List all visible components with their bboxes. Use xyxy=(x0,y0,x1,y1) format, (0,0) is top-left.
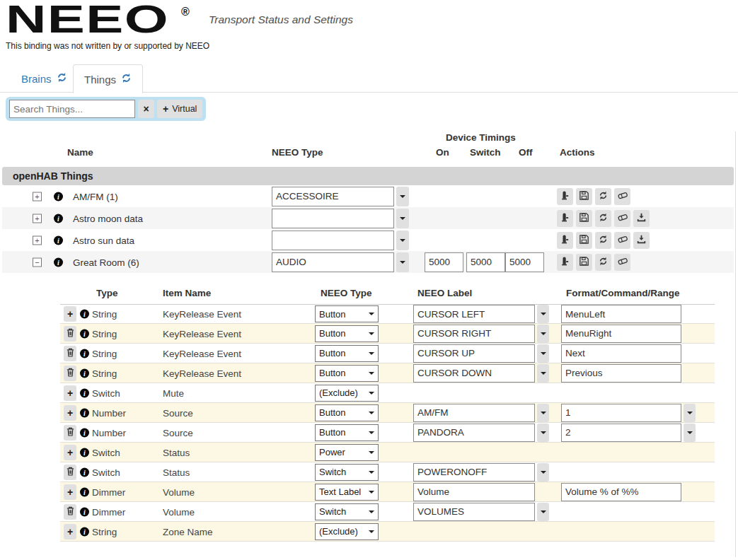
format-input[interactable] xyxy=(561,364,681,383)
neeo-type-dropdown-button[interactable] xyxy=(396,252,409,272)
save-button[interactable] xyxy=(576,210,592,227)
neeo-type-dropdown-button[interactable] xyxy=(396,209,409,228)
info-icon[interactable]: i xyxy=(80,507,89,516)
refresh-button[interactable] xyxy=(595,188,611,205)
neeo-type-select[interactable]: Switch xyxy=(315,464,379,481)
label-dropdown-button[interactable] xyxy=(537,344,549,363)
info-icon[interactable]: i xyxy=(80,388,89,397)
neeo-type-select[interactable]: Power xyxy=(315,444,379,461)
add-channel-button[interactable]: + xyxy=(64,385,76,401)
erase-button[interactable] xyxy=(614,188,630,205)
info-icon[interactable]: i xyxy=(80,349,89,358)
neeo-label-input[interactable] xyxy=(413,463,535,482)
erase-button[interactable] xyxy=(614,254,630,271)
export-button[interactable] xyxy=(633,210,650,227)
save-button[interactable] xyxy=(576,188,592,205)
save-button[interactable] xyxy=(576,254,592,271)
device-button[interactable] xyxy=(557,232,573,249)
add-channel-button[interactable]: + xyxy=(64,306,76,322)
add-channel-button[interactable]: + xyxy=(64,405,76,421)
neeo-type-input[interactable] xyxy=(272,187,394,206)
format-input[interactable] xyxy=(561,404,681,422)
device-button[interactable] xyxy=(557,210,573,227)
refresh-button[interactable] xyxy=(595,210,611,227)
delete-channel-button[interactable] xyxy=(64,346,76,361)
add-channel-button[interactable]: + xyxy=(64,445,76,460)
erase-button[interactable] xyxy=(614,210,630,227)
timing-on-input[interactable] xyxy=(425,252,463,272)
neeo-label-input[interactable] xyxy=(413,305,535,323)
device-button[interactable] xyxy=(557,188,573,205)
neeo-label-input[interactable] xyxy=(413,503,535,521)
plus-box-icon[interactable]: + xyxy=(33,235,42,245)
info-icon[interactable]: i xyxy=(80,408,89,417)
refresh-button[interactable] xyxy=(595,254,611,271)
neeo-type-input[interactable] xyxy=(272,252,394,272)
tab-brains[interactable]: Brains xyxy=(11,64,78,93)
neeo-type-dropdown-button[interactable] xyxy=(396,231,409,250)
info-icon[interactable]: i xyxy=(54,214,63,223)
add-channel-button[interactable]: + xyxy=(64,484,76,500)
neeo-type-select[interactable]: Switch xyxy=(315,503,379,520)
info-icon[interactable]: i xyxy=(80,368,89,378)
export-button[interactable] xyxy=(633,232,650,249)
info-icon[interactable]: i xyxy=(54,235,63,245)
format-input[interactable] xyxy=(561,325,681,343)
info-icon[interactable]: i xyxy=(80,448,89,457)
neeo-type-select[interactable]: Button xyxy=(315,345,379,362)
neeo-type-select[interactable]: Button xyxy=(315,365,379,382)
neeo-type-select[interactable]: (Exclude) xyxy=(315,523,379,540)
neeo-type-select[interactable]: (Exclude) xyxy=(315,385,379,402)
clear-search-button[interactable]: × xyxy=(138,100,154,118)
info-icon[interactable]: i xyxy=(80,329,89,338)
search-input[interactable] xyxy=(9,100,135,118)
delete-channel-button[interactable] xyxy=(64,326,76,342)
neeo-type-input[interactable] xyxy=(272,231,394,250)
delete-channel-button[interactable] xyxy=(64,425,76,441)
save-button[interactable] xyxy=(576,232,592,249)
info-icon[interactable]: i xyxy=(80,310,89,319)
timing-off-input[interactable] xyxy=(505,252,544,272)
delete-channel-button[interactable] xyxy=(64,504,76,520)
info-icon[interactable]: i xyxy=(80,487,89,496)
format-input[interactable] xyxy=(561,483,681,501)
plus-box-icon[interactable]: + xyxy=(33,214,42,223)
neeo-type-dropdown-button[interactable] xyxy=(396,187,409,206)
format-input[interactable] xyxy=(561,305,681,323)
neeo-label-input[interactable] xyxy=(413,404,535,422)
neeo-type-select[interactable]: Button xyxy=(315,305,379,322)
add-virtual-button[interactable]: + Virtual xyxy=(157,100,202,118)
device-button[interactable] xyxy=(557,254,573,271)
delete-channel-button[interactable] xyxy=(64,366,76,381)
info-icon[interactable]: i xyxy=(80,527,89,536)
tab-things[interactable]: Things xyxy=(73,64,143,93)
neeo-label-input[interactable] xyxy=(413,424,535,442)
neeo-label-input[interactable] xyxy=(413,364,535,383)
info-icon[interactable]: i xyxy=(54,192,63,201)
delete-channel-button[interactable] xyxy=(64,465,76,480)
label-dropdown-button[interactable] xyxy=(537,325,549,343)
label-dropdown-button[interactable] xyxy=(537,463,549,482)
neeo-type-select[interactable]: Text Label xyxy=(315,484,379,501)
label-dropdown-button[interactable] xyxy=(537,503,549,521)
neeo-label-input[interactable] xyxy=(413,483,535,501)
label-dropdown-button[interactable] xyxy=(537,404,549,422)
timing-switch-input[interactable] xyxy=(466,252,505,272)
refresh-icon[interactable] xyxy=(121,73,132,86)
neeo-type-select[interactable]: Button xyxy=(315,424,379,441)
erase-button[interactable] xyxy=(614,232,630,249)
neeo-type-select[interactable]: Button xyxy=(315,325,379,342)
format-input[interactable] xyxy=(561,344,681,363)
plus-box-icon[interactable]: + xyxy=(33,192,42,201)
format-dropdown-button[interactable] xyxy=(684,404,696,422)
format-input[interactable] xyxy=(561,424,681,442)
format-dropdown-button[interactable] xyxy=(684,424,696,442)
neeo-type-input[interactable] xyxy=(272,209,394,228)
label-dropdown-button[interactable] xyxy=(537,305,549,323)
neeo-type-select[interactable]: Button xyxy=(315,404,379,421)
neeo-label-input[interactable] xyxy=(413,325,535,343)
info-icon[interactable]: i xyxy=(80,428,89,437)
label-dropdown-button[interactable] xyxy=(537,364,549,383)
label-dropdown-button[interactable] xyxy=(537,424,549,442)
info-icon[interactable]: i xyxy=(80,467,89,477)
